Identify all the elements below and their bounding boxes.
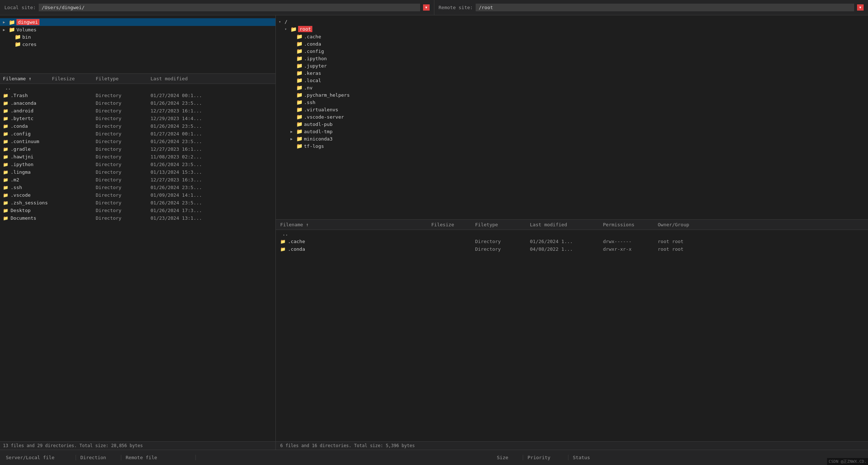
remote-tree-item[interactable]: ▾ 📁 root — [276, 25, 868, 33]
remote-tree-item[interactable]: ▶ 📁 miniconda3 — [276, 135, 868, 142]
local-site-path[interactable] — [39, 4, 420, 11]
local-file-row[interactable]: 📁 .hawtjni Directory 11/08/2023 02:2... — [0, 153, 275, 161]
remote-file-row[interactable]: 📁 .conda Directory 04/08/2022 1... drwxr… — [276, 245, 868, 253]
transfer-col: Direction — [77, 455, 121, 460]
file-type: Directory — [96, 208, 151, 213]
local-file-row[interactable]: 📁 .gradle Directory 12/27/2023 16:1... — [0, 145, 275, 153]
remote-tree-item[interactable]: 📁 .vscode-server — [276, 113, 868, 120]
remote-col-header[interactable]: Filetype — [475, 222, 530, 227]
local-tree-item[interactable]: ▶ 📁 Volumes — [0, 26, 275, 33]
folder-icon: 📁 — [296, 63, 302, 69]
local-file-row[interactable]: 📁 .config Directory 01/27/2024 00:1... — [0, 130, 275, 138]
folder-icon: 📁 — [15, 34, 21, 40]
tree-item-label: .conda — [304, 41, 321, 47]
remote-file-list-body[interactable]: .. 📁 .cache Directory 01/26/2024 1... dr… — [276, 230, 868, 441]
remote-tree-item[interactable]: 📁 .local — [276, 77, 868, 84]
local-file-row[interactable]: 📁 .zsh_sessions Directory 01/26/2024 23:… — [0, 199, 275, 207]
local-tree-item[interactable]: 📁 bin — [0, 33, 275, 41]
local-tree-item[interactable]: 📁 cores — [0, 41, 275, 48]
local-file-row[interactable]: 📁 Documents Directory 01/23/2024 13:1... — [0, 214, 275, 222]
local-col-header[interactable] — [224, 76, 273, 81]
remote-col-header[interactable]: Last modified — [530, 222, 603, 227]
local-tree-item[interactable]: ▶ 📁 dingwei — [0, 18, 275, 26]
local-file-row[interactable]: 📁 .anaconda Directory 01/26/2024 23:5... — [0, 99, 275, 107]
remote-col-header[interactable]: Permissions — [603, 222, 658, 227]
local-site-dropdown[interactable]: ▾ — [423, 4, 430, 11]
transfer-col: Status — [570, 455, 865, 460]
remote-file-row[interactable]: 📁 .cache Directory 01/26/2024 1... drwx-… — [276, 238, 868, 245]
file-date: 01/13/2024 15:3... — [151, 169, 224, 175]
remote-col-header[interactable]: Filesize — [431, 222, 475, 227]
transfer-col: Size — [494, 455, 523, 460]
remote-tree-item[interactable]: ▶ 📁 autodl-tmp — [276, 128, 868, 135]
file-name-label: .android — [11, 108, 34, 114]
file-name: 📁 .lingma — [3, 169, 52, 175]
file-name: 📁 .android — [3, 108, 52, 114]
tree-arrow: ▾ — [285, 27, 289, 31]
remote-col-header[interactable]: Filename ↑ — [280, 222, 431, 227]
remote-tree-item[interactable]: 📁 autodl-pub — [276, 120, 868, 128]
tree-item-label: .ipython — [304, 56, 327, 61]
file-name-label: Documents — [11, 215, 36, 221]
file-name: 📁 .anaconda — [3, 100, 52, 106]
local-col-header[interactable]: Filesize — [52, 76, 96, 81]
local-file-list-body[interactable]: .. 📁 .Trash Directory 01/27/2024 00:1...… — [0, 84, 275, 441]
remote-tree-item[interactable]: 📁 .ipython — [276, 55, 868, 62]
local-file-row[interactable]: 📁 .android Directory 12/27/2023 16:1... — [0, 107, 275, 115]
local-file-row[interactable]: 📁 .bytertc Directory 12/29/2023 14:4... — [0, 115, 275, 122]
file-date: 01/09/2024 14:1... — [151, 192, 224, 198]
tree-item-label: / — [285, 19, 288, 24]
local-col-header[interactable]: Last modified — [151, 76, 224, 81]
remote-tree-item[interactable]: 📁 .jupyter — [276, 62, 868, 69]
local-file-row[interactable]: 📁 .ipython Directory 01/26/2024 23:5... — [0, 161, 275, 168]
remote-col-header[interactable] — [713, 222, 864, 227]
file-type: Directory — [475, 246, 530, 252]
remote-file-row[interactable]: .. — [276, 230, 868, 238]
remote-tree-item[interactable]: 📁 .pycharm_helpers — [276, 91, 868, 99]
remote-tree-item[interactable]: ▾ / — [276, 18, 868, 25]
local-col-header[interactable]: Filetype — [96, 76, 151, 81]
folder-icon: 📁 — [296, 41, 302, 47]
local-file-row[interactable]: .. — [0, 84, 275, 92]
remote-file-list-area: Filename ↑FilesizeFiletypeLast modifiedP… — [276, 220, 868, 450]
file-name-label: .cache — [288, 239, 305, 244]
file-type: Directory — [96, 192, 151, 198]
remote-tree-item[interactable]: 📁 .virtualenvs — [276, 106, 868, 113]
tree-item-label: .local — [304, 78, 321, 83]
local-file-row[interactable]: 📁 .vscode Directory 01/09/2024 14:1... — [0, 191, 275, 199]
tree-item-label: .jupyter — [304, 63, 327, 69]
local-file-row[interactable]: 📁 .continuum Directory 01/26/2024 23:5..… — [0, 138, 275, 145]
folder-icon: 📁 — [296, 92, 302, 98]
local-col-header[interactable]: Filename ↑ — [3, 76, 52, 81]
tree-item-label: .vscode-server — [304, 114, 344, 120]
local-file-row[interactable]: 📁 Desktop Directory 01/26/2024 17:3... — [0, 207, 275, 214]
file-name-label: .continuum — [11, 139, 39, 144]
remote-tree-item[interactable]: 📁 .conda — [276, 40, 868, 47]
remote-site-path[interactable] — [476, 4, 854, 11]
file-perms: drwxr-xr-x — [603, 246, 658, 252]
remote-tree-item[interactable]: 📁 .keras — [276, 69, 868, 77]
tree-item-label: .pycharm_helpers — [304, 92, 350, 98]
local-file-row[interactable]: 📁 .m2 Directory 12/27/2023 16:3... — [0, 176, 275, 184]
file-name: 📁 Documents — [3, 215, 52, 221]
file-type: Directory — [96, 162, 151, 167]
folder-icon: 📁 — [3, 208, 8, 213]
tree-item-label: bin — [22, 34, 31, 40]
local-file-row[interactable]: 📁 .Trash Directory 01/27/2024 00:1... — [0, 92, 275, 99]
remote-tree-item[interactable]: 📁 .ssh — [276, 99, 868, 106]
remote-col-header[interactable]: Owner/Group — [658, 222, 713, 227]
remote-tree-item[interactable]: 📁 .nv — [276, 84, 868, 91]
remote-tree-item[interactable]: 📁 tf-logs — [276, 142, 868, 150]
folder-icon: 📁 — [15, 41, 21, 47]
tree-item-label: miniconda3 — [304, 136, 332, 142]
local-file-row[interactable]: 📁 .lingma Directory 01/13/2024 15:3... — [0, 168, 275, 176]
remote-site-dropdown[interactable]: ▾ — [857, 4, 864, 11]
file-name: 📁 .zsh_sessions — [3, 200, 52, 205]
remote-tree-item[interactable]: 📁 .config — [276, 47, 868, 55]
local-file-row[interactable]: 📁 .conda Directory 01/26/2024 23:5... — [0, 122, 275, 130]
remote-tree-item[interactable]: 📁 .cache — [276, 33, 868, 40]
file-name-label: .hawtjni — [11, 154, 34, 160]
file-name-label: .conda — [11, 123, 28, 129]
local-file-row[interactable]: 📁 .ssh Directory 01/26/2024 23:5... — [0, 184, 275, 191]
folder-icon: 📁 — [3, 185, 8, 190]
